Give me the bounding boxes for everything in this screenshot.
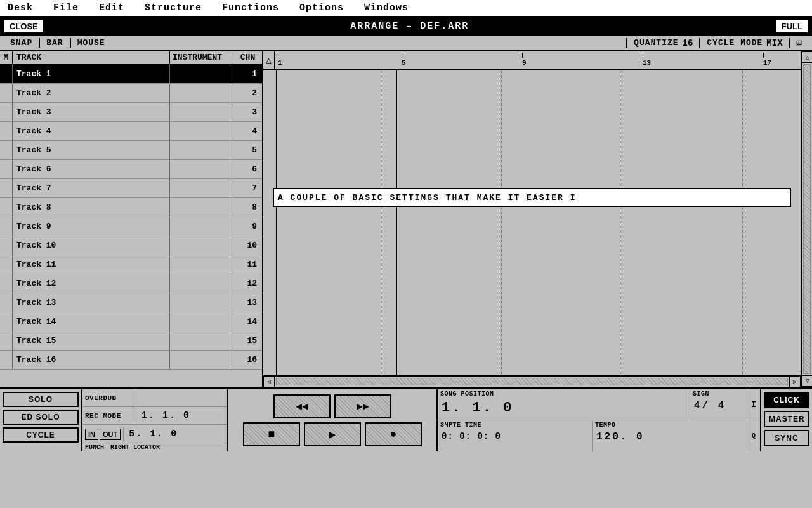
track-name-12[interactable]: Track 12	[13, 274, 170, 293]
track-name-8[interactable]: Track 8	[13, 198, 170, 217]
track-instrument-8[interactable]	[170, 198, 233, 217]
track-mute-10[interactable]	[0, 236, 13, 255]
menu-structure[interactable]: Structure	[142, 1, 204, 15]
close-button[interactable]: CLOSE	[4, 20, 44, 33]
right-locator-value[interactable]: 5. 1. 0	[124, 427, 183, 441]
track-mute-9[interactable]	[0, 217, 13, 236]
track-name-4[interactable]: Track 4	[13, 122, 170, 140]
track-row[interactable]: Track 1 1	[0, 65, 262, 84]
track-instrument-14[interactable]	[170, 312, 233, 331]
track-channel-4[interactable]: 4	[233, 122, 262, 140]
cycle-mode-value[interactable]: MIX	[766, 38, 782, 48]
menu-edit[interactable]: Edit	[96, 1, 127, 15]
track-instrument-16[interactable]	[170, 351, 233, 369]
track-mute-3[interactable]	[0, 103, 13, 121]
track-name-1[interactable]: Track 1	[13, 65, 170, 83]
track-instrument-11[interactable]	[170, 255, 233, 274]
track-channel-13[interactable]: 13	[233, 293, 262, 312]
track-instrument-10[interactable]	[170, 236, 233, 255]
track-row[interactable]: Track 7 7	[0, 179, 262, 198]
track-name-5[interactable]: Track 5	[13, 141, 170, 159]
track-name-16[interactable]: Track 16	[13, 351, 170, 369]
track-name-7[interactable]: Track 7	[13, 179, 170, 197]
track-row[interactable]: Track 5 5	[0, 141, 262, 160]
solo-button[interactable]: SOLO	[3, 392, 79, 407]
track-channel-12[interactable]: 12	[233, 274, 262, 293]
ruler-scroll-left[interactable]: △	[263, 51, 275, 70]
scroll-track[interactable]	[276, 378, 788, 385]
track-instrument-4[interactable]	[170, 122, 233, 140]
track-row[interactable]: Track 3 3	[0, 103, 262, 122]
track-row[interactable]: Track 4 4	[0, 122, 262, 141]
track-row[interactable]: Track 11 11	[0, 255, 262, 274]
track-name-13[interactable]: Track 13	[13, 293, 170, 312]
track-channel-10[interactable]: 10	[233, 236, 262, 255]
menu-options[interactable]: Options	[297, 1, 346, 15]
track-mute-4[interactable]	[0, 122, 13, 140]
track-channel-15[interactable]: 15	[233, 331, 262, 350]
track-channel-9[interactable]: 9	[233, 217, 262, 236]
menu-windows[interactable]: Windows	[362, 1, 411, 15]
quantize-value[interactable]: 16	[683, 38, 693, 48]
resize-section[interactable]: ⊞	[790, 37, 808, 48]
bar-section[interactable]: BAR	[40, 38, 70, 48]
track-mute-11[interactable]	[0, 255, 13, 274]
track-mute-7[interactable]	[0, 179, 13, 197]
scroll-right-button[interactable]: ▷	[789, 376, 801, 387]
track-name-3[interactable]: Track 3	[13, 103, 170, 121]
track-mute-16[interactable]	[0, 351, 13, 369]
left-locator-value[interactable]: 1. 1. 0	[136, 409, 195, 422]
track-row[interactable]: Track 16 16	[0, 351, 262, 370]
track-row[interactable]: Track 14 14	[0, 312, 262, 331]
track-channel-6[interactable]: 6	[233, 160, 262, 178]
track-instrument-2[interactable]	[170, 84, 233, 102]
scroll-left-button[interactable]: ◁	[263, 376, 275, 387]
sync-button[interactable]: SYNC	[764, 430, 809, 446]
midi-block[interactable]: A COUPLE OF BASIC SETTINGS THAT MAKE IT …	[273, 188, 791, 207]
v-scroll-track[interactable]	[803, 64, 811, 374]
track-name-9[interactable]: Track 9	[13, 217, 170, 236]
track-channel-5[interactable]: 5	[233, 141, 262, 159]
track-mute-5[interactable]	[0, 141, 13, 159]
track-mute-8[interactable]	[0, 198, 13, 217]
track-name-2[interactable]: Track 2	[13, 84, 170, 102]
track-row[interactable]: Track 12 12	[0, 274, 262, 293]
master-button[interactable]: MASTER	[764, 411, 809, 427]
track-row[interactable]: Track 10 10	[0, 236, 262, 255]
track-channel-16[interactable]: 16	[233, 351, 262, 369]
track-instrument-13[interactable]	[170, 293, 233, 312]
in-button[interactable]: IN	[85, 429, 98, 440]
out-button[interactable]: OUT	[100, 429, 121, 440]
fast-forward-button[interactable]: ▶▶	[334, 394, 391, 418]
track-mute-1[interactable]	[0, 65, 13, 83]
track-mute-12[interactable]	[0, 274, 13, 293]
click-button[interactable]: CLICK	[764, 392, 809, 408]
track-channel-1[interactable]: 1	[233, 65, 262, 83]
cycle-button[interactable]: CYCLE	[3, 427, 79, 443]
track-name-14[interactable]: Track 14	[13, 312, 170, 331]
track-mute-14[interactable]	[0, 312, 13, 331]
scroll-up-button[interactable]: △	[802, 51, 812, 63]
record-button[interactable]: ●	[365, 422, 422, 446]
track-row[interactable]: Track 2 2	[0, 84, 262, 103]
arrange-content[interactable]: A COUPLE OF BASIC SETTINGS THAT MAKE IT …	[263, 70, 801, 375]
track-channel-11[interactable]: 11	[233, 255, 262, 274]
track-instrument-12[interactable]	[170, 274, 233, 293]
track-mute-13[interactable]	[0, 293, 13, 312]
stop-button[interactable]: ■	[243, 422, 300, 446]
track-channel-8[interactable]: 8	[233, 198, 262, 217]
track-instrument-1[interactable]	[170, 65, 233, 83]
track-channel-2[interactable]: 2	[233, 84, 262, 102]
menu-functions[interactable]: Functions	[219, 1, 282, 15]
menu-file[interactable]: File	[51, 1, 81, 15]
track-row[interactable]: Track 13 13	[0, 293, 262, 312]
track-instrument-7[interactable]	[170, 179, 233, 197]
track-name-11[interactable]: Track 11	[13, 255, 170, 274]
track-row[interactable]: Track 6 6	[0, 160, 262, 179]
rewind-button[interactable]: ◀◀	[273, 394, 331, 418]
track-name-10[interactable]: Track 10	[13, 236, 170, 255]
track-instrument-6[interactable]	[170, 160, 233, 178]
track-instrument-5[interactable]	[170, 141, 233, 159]
track-instrument-3[interactable]	[170, 103, 233, 121]
play-button[interactable]: ▶	[304, 422, 361, 446]
